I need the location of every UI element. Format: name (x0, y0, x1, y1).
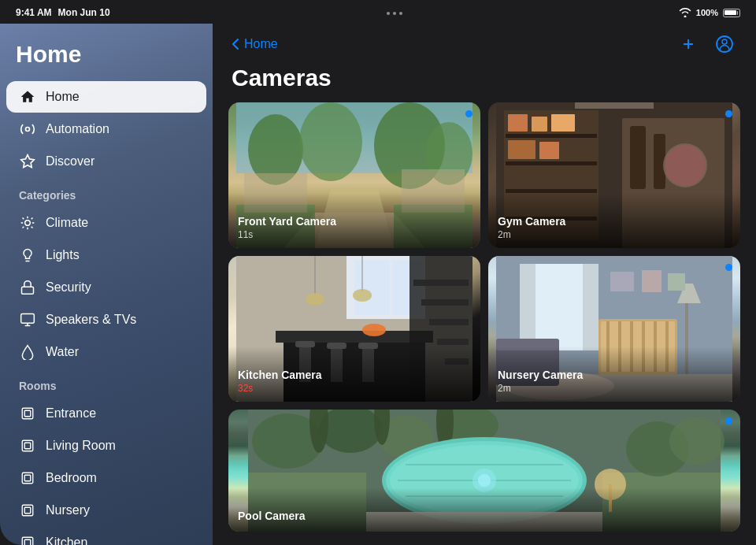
sidebar-home-label: Home (46, 90, 80, 104)
sidebar-entrance-label: Entrance (46, 406, 96, 421)
svg-point-26 (722, 39, 727, 44)
svg-rect-72 (413, 280, 469, 286)
status-bar-right: 100% (679, 8, 740, 17)
battery-bar (723, 9, 740, 17)
nursery-icon (19, 502, 36, 519)
user-button[interactable] (712, 32, 737, 57)
front-yard-dot (465, 110, 472, 117)
camera-card-kitchen[interactable]: Kitchen Camera 32s (228, 256, 480, 402)
svg-rect-80 (520, 264, 536, 350)
nursery-name: Nursery Camera (498, 369, 731, 381)
cameras-grid: Front Yard Camera 11s (213, 102, 756, 545)
svg-rect-99 (668, 273, 685, 291)
sidebar-item-home[interactable]: Home (6, 81, 206, 113)
status-bar: 9:41 AM Mon Jun 10 100% (0, 0, 756, 24)
battery-percent: 100% (696, 8, 718, 17)
svg-rect-75 (437, 339, 469, 345)
main-content: Home Home Autom (0, 24, 756, 545)
sidebar-item-lights[interactable]: Lights (6, 239, 206, 271)
sidebar-item-discover[interactable]: Discover (6, 146, 206, 177)
svg-line-6 (32, 227, 33, 228)
sidebar-lights-label: Lights (46, 248, 80, 262)
add-icon (681, 37, 695, 51)
back-label: Home (244, 37, 278, 51)
top-nav: Home (213, 24, 756, 61)
sidebar-living-room-label: Living Room (46, 439, 116, 453)
svg-point-122 (478, 474, 491, 487)
sidebar-item-nursery[interactable]: Nursery (6, 495, 206, 526)
svg-rect-22 (24, 507, 31, 513)
svg-rect-20 (24, 475, 31, 481)
svg-rect-81 (583, 264, 598, 350)
sidebar-item-entrance[interactable]: Entrance (6, 398, 206, 429)
svg-point-70 (353, 289, 372, 302)
svg-line-9 (23, 227, 24, 228)
sidebar-item-living-room[interactable]: Living Room (6, 430, 206, 462)
svg-rect-17 (22, 440, 33, 451)
sidebar-automation-label: Automation (46, 122, 109, 136)
add-button[interactable] (676, 32, 701, 57)
sidebar-bedroom-label: Bedroom (46, 471, 97, 485)
svg-rect-47 (508, 140, 536, 159)
svg-rect-57 (354, 260, 390, 315)
date: Mon Jun 10 (58, 7, 110, 18)
pool-dot (725, 417, 732, 425)
user-icon (715, 35, 734, 54)
main-area: Home (213, 24, 756, 545)
svg-rect-82 (536, 264, 583, 350)
svg-point-120 (669, 417, 724, 465)
automation-icon (19, 120, 36, 138)
svg-point-2 (25, 221, 31, 226)
svg-rect-74 (429, 319, 469, 325)
speakers-tvs-icon (19, 311, 36, 328)
svg-rect-46 (551, 114, 575, 132)
home-icon (19, 88, 36, 106)
discover-icon (19, 153, 36, 170)
sidebar-nursery-label: Nursery (46, 503, 90, 517)
svg-point-29 (299, 102, 362, 181)
camera-card-front-yard[interactable]: Front Yard Camera 11s (228, 102, 480, 248)
back-chevron-icon (232, 38, 239, 50)
sidebar-speakers-tvs-label: Speakers & TVs (46, 313, 136, 327)
sidebar-item-kitchen[interactable]: Kitchen (6, 527, 206, 545)
svg-rect-15 (22, 408, 33, 419)
back-button[interactable]: Home (232, 37, 278, 51)
water-icon (19, 343, 36, 361)
svg-rect-11 (22, 287, 34, 294)
svg-rect-54 (575, 102, 654, 109)
sidebar-item-water[interactable]: Water (6, 336, 206, 368)
svg-point-0 (26, 128, 30, 132)
svg-rect-50 (630, 126, 646, 189)
svg-rect-44 (508, 114, 528, 132)
svg-rect-45 (532, 117, 547, 132)
kitchen-label: Kitchen Camera 32s (228, 347, 480, 402)
svg-point-68 (306, 293, 324, 306)
sidebar-item-climate[interactable]: Climate (6, 207, 206, 239)
categories-section-title: Categories (0, 178, 213, 206)
front-yard-label: Front Yard Camera 11s (228, 193, 480, 248)
svg-rect-16 (24, 410, 31, 417)
svg-rect-19 (22, 473, 33, 484)
entrance-icon (19, 405, 36, 422)
gym-time: 2m (498, 229, 731, 240)
sidebar-discover-label: Discover (46, 154, 94, 169)
svg-rect-18 (24, 443, 31, 449)
pool-name: Pool Camera (238, 510, 731, 522)
sidebar-item-speakers-tvs[interactable]: Speakers & TVs (6, 304, 206, 336)
status-bar-left: 9:41 AM Mon Jun 10 (16, 7, 110, 18)
svg-rect-21 (22, 505, 33, 516)
camera-card-pool[interactable]: Pool Camera (228, 410, 740, 532)
nursery-label: Nursery Camera 2m (488, 347, 740, 402)
sidebar: Home Home Autom (0, 24, 213, 545)
climate-icon (19, 214, 36, 232)
wifi-icon (679, 8, 691, 17)
sidebar-kitchen-label: Kitchen (46, 536, 87, 545)
sidebar-item-bedroom[interactable]: Bedroom (6, 462, 206, 494)
nav-actions (676, 32, 737, 57)
svg-rect-41 (506, 161, 597, 165)
bedroom-icon (19, 469, 36, 487)
sidebar-item-security[interactable]: Security (6, 272, 206, 303)
camera-card-gym[interactable]: Gym Camera 2m (488, 102, 740, 248)
sidebar-item-automation[interactable]: Automation (6, 113, 206, 145)
camera-card-nursery[interactable]: Nursery Camera 2m (488, 256, 740, 402)
